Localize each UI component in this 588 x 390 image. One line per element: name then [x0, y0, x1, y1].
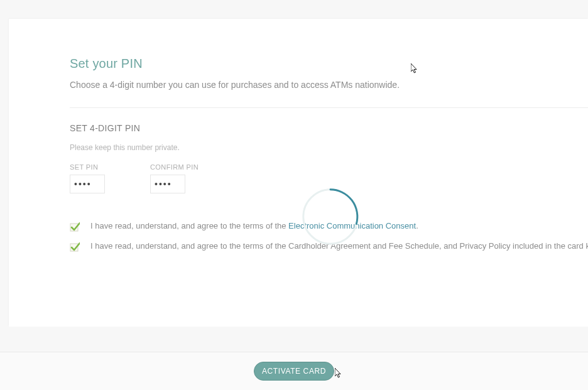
- consent-text-cardholder: I have read, understand, and agree to th…: [90, 241, 588, 251]
- consent-row-electronic: I have read, understand, and agree to th…: [70, 221, 588, 232]
- pin-privacy-note: Please keep this number private.: [70, 143, 588, 152]
- checkbox-checked-icon[interactable]: [70, 242, 80, 252]
- pin-setup-panel: Set your PIN Choose a 4-digit number you…: [9, 19, 588, 327]
- consent-row-cardholder: I have read, understand, and agree to th…: [70, 241, 588, 252]
- set-pin-label: SET PIN: [70, 163, 105, 171]
- pin-fields-row: SET PIN CONFIRM PIN: [70, 163, 588, 193]
- activate-card-button[interactable]: ACTIVATE CARD: [254, 362, 334, 381]
- consent-text-electronic: I have read, understand, and agree to th…: [90, 221, 418, 230]
- section-divider: [70, 107, 588, 108]
- page-subtitle: Choose a 4-digit number you can use for …: [70, 80, 588, 90]
- confirm-pin-group: CONFIRM PIN: [150, 163, 199, 193]
- set-pin-group: SET PIN: [70, 163, 105, 193]
- confirm-pin-label: CONFIRM PIN: [150, 163, 199, 171]
- checkbox-checked-icon[interactable]: [70, 222, 80, 232]
- confirm-pin-input[interactable]: [155, 178, 180, 190]
- set-pin-input[interactable]: [74, 178, 99, 190]
- top-bar: [0, 0, 588, 13]
- consent-prefix: I have read, understand, and agree to th…: [90, 221, 288, 230]
- consent-suffix: .: [416, 221, 418, 230]
- footer-bar: ACTIVATE CARD: [0, 352, 588, 390]
- page-title: Set your PIN: [70, 57, 588, 71]
- electronic-consent-link[interactable]: Electronic Communication Consent: [288, 221, 416, 230]
- set-pin-wrapper[interactable]: [70, 175, 105, 193]
- confirm-pin-wrapper[interactable]: [150, 175, 185, 193]
- pin-section-heading: SET 4-DIGIT PIN: [70, 123, 588, 133]
